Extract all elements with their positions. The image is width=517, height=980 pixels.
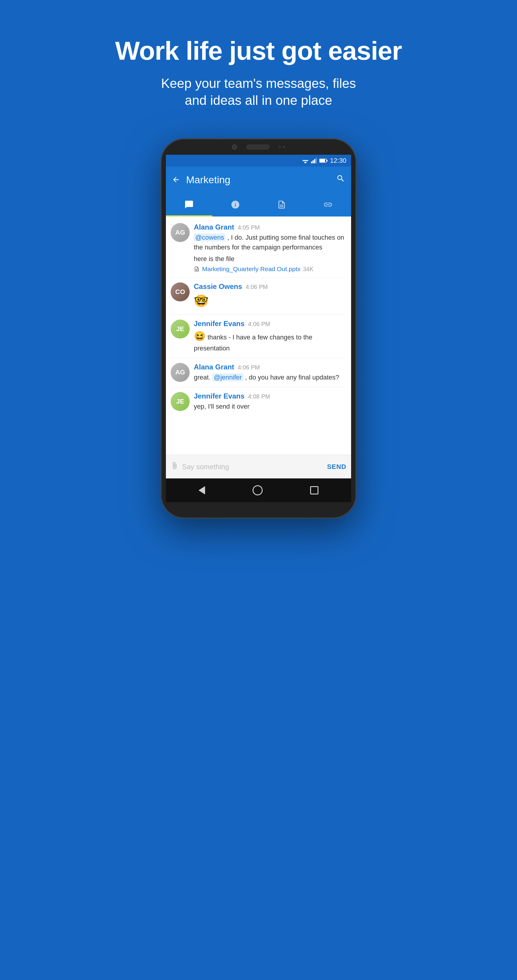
tab-links[interactable] — [305, 193, 351, 216]
mention-tag: @cowens — [194, 234, 225, 242]
back-arrow-icon — [198, 486, 205, 495]
message-author: Alana Grant — [194, 363, 234, 371]
table-row: JE Jennifer Evans 4:06 PM 😆 thanks - I h… — [166, 316, 351, 357]
message-header: Alana Grant 4:06 PM — [194, 363, 346, 371]
avatar: AG — [171, 223, 190, 242]
page-header: Work life just got easier Keep your team… — [115, 0, 402, 127]
message-header: Jennifer Evans 4:08 PM — [194, 392, 346, 400]
recents-square-icon — [310, 486, 319, 495]
wifi-icon — [302, 158, 309, 163]
back-button[interactable] — [172, 175, 180, 184]
message-author: Jennifer Evans — [194, 392, 244, 400]
svg-rect-4 — [311, 162, 312, 163]
svg-rect-6 — [314, 159, 315, 163]
phone-dot — [279, 146, 281, 148]
message-body: thanks - I have a few changes to the pre… — [194, 334, 312, 352]
emoji: 🤓 — [194, 294, 209, 307]
svg-rect-7 — [316, 158, 317, 163]
table-row: AG Alana Grant 4:06 PM great. @jennifer … — [166, 360, 351, 386]
message-time: 4:06 PM — [238, 364, 260, 371]
message-content: Jennifer Evans 4:08 PM yep, I'll send it… — [194, 392, 346, 411]
battery-icon — [319, 158, 328, 163]
nav-recents-button[interactable] — [310, 486, 319, 495]
tab-chat[interactable] — [166, 193, 212, 216]
avatar: JE — [171, 320, 190, 339]
phone-dot — [283, 146, 285, 148]
message-time: 4:05 PM — [238, 224, 260, 231]
message-time: 4:08 PM — [248, 393, 270, 400]
message-content: Alana Grant 4:05 PM @cowens , I do. Just… — [194, 223, 346, 273]
message-time: 4:06 PM — [248, 321, 270, 328]
status-icons: 12:30 — [302, 157, 346, 164]
channel-title: Marketing — [186, 174, 330, 186]
message-text-2: here is the file — [194, 254, 346, 264]
message-divider — [171, 277, 346, 278]
send-button[interactable]: SEND — [327, 463, 346, 471]
message-content: Cassie Owens 4:06 PM 🤓 — [194, 282, 346, 310]
message-body: , do you have any final updates? — [245, 374, 339, 381]
phone-top-bar — [160, 144, 357, 150]
message-list: AG Alana Grant 4:05 PM @cowens , I do. J… — [166, 216, 351, 455]
emoji: 😆 — [194, 331, 206, 342]
subheadline: Keep your team's messages, filesand idea… — [115, 75, 402, 109]
headline: Work life just got easier — [115, 36, 402, 66]
file-icon — [194, 266, 200, 272]
bottom-nav — [166, 479, 351, 502]
message-time: 4:06 PM — [246, 283, 268, 290]
message-divider — [171, 387, 346, 387]
message-author: Jennifer Evans — [194, 320, 244, 328]
input-bar: Say something SEND — [166, 455, 351, 479]
message-pre: great. — [194, 374, 212, 381]
file-attachment[interactable]: Marketing_Quarterly Read Out.pptx 34K — [194, 266, 346, 273]
avatar: AG — [171, 363, 190, 382]
message-text: 😆 thanks - I have a few changes to the p… — [194, 329, 346, 353]
phone-speaker — [246, 144, 270, 150]
nav-back-button[interactable] — [198, 486, 205, 495]
signal-icon — [311, 158, 317, 163]
message-content: Alana Grant 4:06 PM great. @jennifer , d… — [194, 363, 346, 382]
status-bar: 12:30 — [166, 155, 351, 167]
message-text: great. @jennifer , do you have any final… — [194, 372, 346, 382]
message-text: @cowens , I do. Just putting some final … — [194, 232, 346, 252]
tab-info[interactable] — [212, 193, 258, 216]
svg-rect-9 — [320, 159, 325, 162]
message-author: Alana Grant — [194, 223, 234, 231]
message-author: Cassie Owens — [194, 282, 242, 291]
phone-camera — [232, 144, 237, 150]
message-content: Jennifer Evans 4:06 PM 😆 thanks - I have… — [194, 320, 346, 353]
phone-screen: 12:30 Marketing — [166, 155, 351, 502]
file-size: 34K — [303, 266, 314, 273]
message-input[interactable]: Say something — [182, 463, 324, 471]
search-button[interactable] — [336, 174, 345, 185]
attach-icon[interactable] — [171, 462, 178, 472]
message-header: Jennifer Evans 4:06 PM — [194, 320, 346, 328]
home-circle-icon — [252, 485, 263, 495]
nav-home-button[interactable] — [252, 485, 263, 495]
svg-rect-5 — [312, 161, 314, 163]
avatar: CO — [171, 282, 190, 301]
tab-files[interactable] — [258, 193, 305, 216]
tab-bar — [166, 193, 351, 216]
message-text: 🤓 — [194, 292, 346, 310]
avatar: JE — [171, 392, 190, 411]
mention-tag: @jennifer — [212, 373, 243, 381]
phone-shell: 12:30 Marketing — [160, 138, 357, 519]
table-row: JE Jennifer Evans 4:08 PM yep, I'll send… — [166, 388, 351, 415]
phone-dots — [279, 146, 285, 148]
message-header: Alana Grant 4:05 PM — [194, 223, 346, 231]
message-header: Cassie Owens 4:06 PM — [194, 282, 346, 291]
table-row: CO Cassie Owens 4:06 PM 🤓 — [166, 279, 351, 313]
table-row: AG Alana Grant 4:05 PM @cowens , I do. J… — [166, 220, 351, 276]
svg-rect-10 — [327, 160, 327, 162]
message-text: yep, I'll send it over — [194, 401, 346, 411]
status-time: 12:30 — [330, 157, 346, 164]
app-toolbar: Marketing — [166, 167, 351, 193]
file-link[interactable]: Marketing_Quarterly Read Out.pptx — [202, 266, 301, 273]
